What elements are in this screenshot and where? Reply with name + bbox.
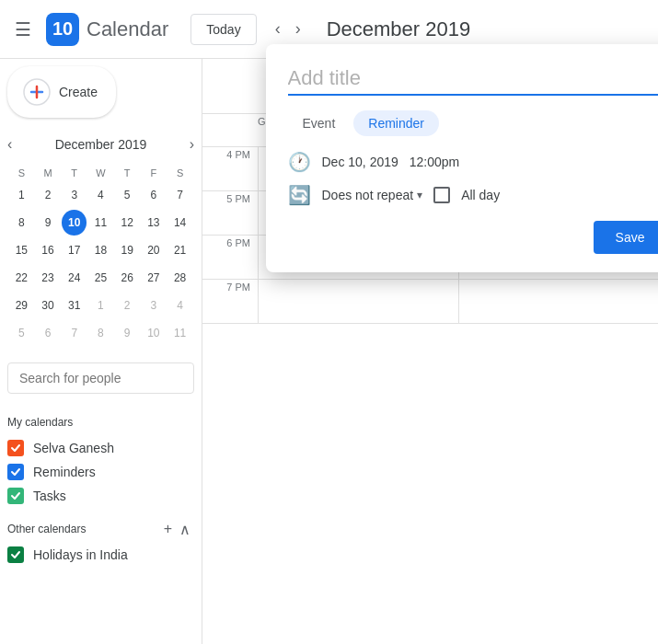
app-logo: 10 Calendar [46, 13, 168, 46]
mini-cal-dow: S [9, 166, 34, 180]
mini-cal-dow: T [62, 166, 87, 180]
time-row: 7 PM [202, 280, 658, 324]
calendar-checkbox [7, 488, 24, 504]
other-section-header: Other calendars + ∧ [7, 515, 194, 543]
event-tab[interactable]: Event [288, 110, 351, 136]
mini-cal-day[interactable]: 24 [62, 265, 87, 291]
calendar-label: Tasks [33, 489, 66, 503]
search-people-input[interactable] [7, 362, 194, 394]
mini-cal-day[interactable]: 11 [88, 210, 113, 236]
mini-cal-day[interactable]: 6 [142, 182, 167, 208]
mini-cal-day[interactable]: 4 [88, 182, 113, 208]
modal-footer: Save [288, 221, 659, 254]
month-year-title: December 2019 [327, 17, 471, 41]
mini-cal-day[interactable]: 2 [36, 182, 61, 208]
mini-cal-day[interactable]: 3 [142, 293, 167, 318]
time-cell[interactable] [258, 280, 458, 323]
event-title-input[interactable] [288, 66, 659, 96]
my-calendar-item[interactable]: Tasks [7, 484, 194, 508]
mini-cal-day[interactable]: 22 [9, 265, 34, 291]
mini-cal-day[interactable]: 10 [142, 320, 167, 346]
mini-cal-day[interactable]: 10 [62, 210, 87, 236]
mini-cal-day[interactable]: 7 [167, 182, 192, 208]
mini-cal-day[interactable]: 23 [36, 265, 61, 291]
calendar-label: Selva Ganesh [33, 441, 114, 455]
mini-cal-day[interactable]: 12 [115, 210, 140, 236]
mini-cal-day[interactable]: 14 [167, 210, 192, 236]
next-button[interactable]: › [288, 16, 308, 42]
mini-cal-day[interactable]: 27 [142, 265, 167, 291]
collapse-other-calendars-button[interactable]: ∧ [176, 521, 194, 538]
mini-cal-day[interactable]: 5 [115, 182, 140, 208]
calendar-checkbox [7, 440, 24, 456]
mini-cal-prev[interactable]: ‹ [7, 136, 12, 153]
time-cell[interactable] [458, 280, 659, 323]
time-label: 4 PM [202, 147, 258, 190]
other-section-actions: + ∧ [160, 521, 194, 538]
mini-cal-day[interactable]: 1 [9, 182, 34, 208]
mini-cal-dow: M [36, 166, 61, 180]
plus-icon [22, 77, 52, 107]
logo-box: 10 [46, 13, 79, 46]
event-modal[interactable]: ✕ Event Reminder 🕐 Dec 10, 2019 12:00pm … [266, 44, 659, 272]
mini-cal-grid: SMTWTFS 12345678910111213141516171819202… [7, 164, 194, 348]
mini-cal-header: ‹ December 2019 › [7, 132, 194, 156]
calendar-label: Reminders [33, 465, 96, 479]
mini-cal-next[interactable]: › [190, 136, 194, 153]
mini-cal-dow: F [142, 166, 167, 180]
mini-cal-day[interactable]: 2 [115, 293, 140, 318]
mini-cal-day[interactable]: 8 [88, 320, 113, 346]
mini-cal-day[interactable]: 11 [167, 320, 192, 346]
mini-cal-day[interactable]: 28 [167, 265, 192, 291]
mini-cal-day[interactable]: 15 [9, 237, 34, 263]
calendar-checkbox [7, 464, 24, 480]
repeat-label: Does not repeat [322, 188, 414, 202]
mini-cal-day[interactable]: 21 [167, 237, 192, 263]
mini-cal-day[interactable]: 25 [88, 265, 113, 291]
modal-tabs: Event Reminder [288, 110, 659, 136]
mini-cal-day[interactable]: 30 [36, 293, 61, 318]
mini-cal-day[interactable]: 20 [142, 237, 167, 263]
mini-cal-day[interactable]: 8 [9, 210, 34, 236]
mini-cal-day[interactable]: 9 [36, 210, 61, 236]
my-calendars-title: My calendars [7, 416, 194, 429]
create-button[interactable]: Create [7, 66, 116, 118]
mini-cal-day[interactable]: 26 [115, 265, 140, 291]
menu-icon[interactable]: ☰ [15, 18, 31, 40]
add-other-calendar-button[interactable]: + [160, 521, 176, 537]
other-calendar-item[interactable]: Holidays in India [7, 543, 194, 567]
mini-cal-day[interactable]: 4 [167, 293, 192, 318]
mini-cal-day[interactable]: 7 [62, 320, 87, 346]
my-calendar-item[interactable]: Selva Ganesh [7, 436, 194, 460]
today-button[interactable]: Today [190, 14, 256, 45]
repeat-selector[interactable]: Does not repeat ▾ [322, 188, 423, 202]
prev-button[interactable]: ‹ [268, 16, 288, 42]
modal-repeat-row: 🔄 Does not repeat ▾ All day [288, 184, 659, 206]
mini-cal-day[interactable]: 6 [36, 320, 61, 346]
allday-checkbox[interactable] [433, 187, 450, 203]
mini-cal-day[interactable]: 1 [88, 293, 113, 318]
mini-cal-dow: W [88, 166, 113, 180]
mini-cal-day[interactable]: 17 [62, 237, 87, 263]
mini-cal-dow: T [115, 166, 140, 180]
mini-cal-day[interactable]: 5 [9, 320, 34, 346]
mini-cal-day[interactable]: 16 [36, 237, 61, 263]
reminder-tab[interactable]: Reminder [353, 110, 439, 136]
mini-cal-day[interactable]: 13 [142, 210, 167, 236]
mini-cal-day[interactable]: 18 [88, 237, 113, 263]
allday-label: All day [461, 188, 500, 202]
other-calendars-section: Other calendars + ∧ Holidays in India [7, 515, 194, 567]
time-label: 7 PM [202, 280, 258, 323]
mini-cal-day[interactable]: 9 [115, 320, 140, 346]
mini-cal-dow: S [167, 166, 192, 180]
mini-cal-day[interactable]: 19 [115, 237, 140, 263]
mini-cal-day[interactable]: 3 [62, 182, 87, 208]
save-button[interactable]: Save [594, 221, 658, 254]
modal-time: 12:00pm [410, 155, 459, 169]
my-calendar-item[interactable]: Reminders [7, 460, 194, 484]
mini-cal-day[interactable]: 31 [62, 293, 87, 318]
time-label: 6 PM [202, 236, 258, 279]
mini-cal-day[interactable]: 29 [9, 293, 34, 318]
repeat-arrow: ▾ [417, 189, 422, 201]
calendar-checkbox [7, 546, 24, 563]
